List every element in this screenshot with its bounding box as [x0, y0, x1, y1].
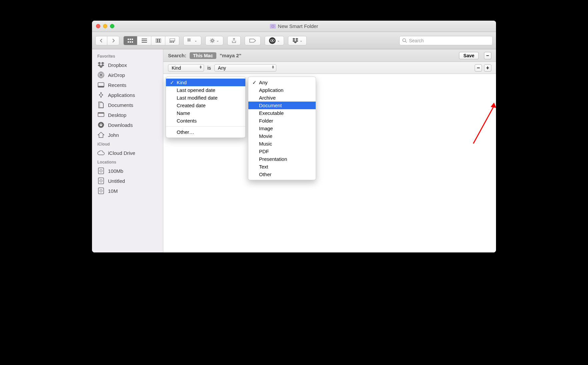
search-scope-bar: Search: This Mac "maya 2" Save −: [163, 49, 496, 62]
search-icon: [402, 38, 407, 43]
documents-icon: [97, 101, 105, 109]
sidebar-item-recents[interactable]: Recents: [92, 80, 163, 90]
menu-item-name[interactable]: Name: [166, 109, 245, 117]
disk-icon: [97, 177, 105, 184]
criteria-attribute-dropdown[interactable]: Kind: [168, 64, 204, 72]
window-title: New Smart Folder: [270, 23, 318, 29]
menu-item-contents[interactable]: Contents: [166, 117, 245, 125]
svg-marker-43: [491, 103, 496, 108]
svg-point-22: [272, 40, 273, 41]
menu-item-text[interactable]: Text: [248, 163, 316, 171]
sidebar-item-label: Applications: [108, 92, 135, 98]
menu-item-other[interactable]: Other: [248, 171, 316, 178]
sidebar-item-applications[interactable]: Applications: [92, 90, 163, 100]
sidebar-item-icloud-drive[interactable]: iCloud Drive: [92, 148, 163, 158]
sidebar-item-label: Untitled: [108, 178, 125, 184]
back-button[interactable]: [95, 36, 107, 45]
sidebar-item-dropbox[interactable]: Dropbox: [92, 60, 163, 70]
svg-rect-0: [128, 39, 129, 40]
share-button[interactable]: [227, 36, 241, 45]
search-label: Search:: [168, 53, 186, 58]
svg-rect-17: [189, 39, 190, 40]
sidebar-item-downloads[interactable]: Downloads: [92, 120, 163, 130]
sidebar-item-100mb[interactable]: 100Mb: [92, 166, 163, 176]
maximize-button[interactable]: [110, 24, 114, 28]
search-field[interactable]: Search: [399, 36, 493, 45]
gear-icon: [210, 38, 215, 43]
finder-window: New Smart Folder ⌄ ⌄ ⌄ ⌄ Search Favorite…: [92, 21, 496, 252]
applications-icon: [97, 91, 105, 99]
save-button[interactable]: Save: [459, 52, 479, 59]
gallery-view-button[interactable]: [165, 36, 179, 45]
svg-rect-4: [130, 41, 131, 43]
menu-item-executable[interactable]: Executable: [248, 109, 316, 117]
menu-item-image[interactable]: Image: [248, 125, 316, 132]
menu-item-document[interactable]: Document: [248, 102, 316, 109]
menu-separator: [166, 126, 245, 127]
menu-item-archive[interactable]: Archive: [248, 94, 316, 102]
view-mode-group: [123, 36, 179, 45]
forward-button[interactable]: [107, 36, 119, 45]
add-criteria-button[interactable]: +: [484, 64, 491, 72]
icon-view-button[interactable]: [123, 36, 137, 45]
downloads-icon: [97, 121, 105, 129]
list-view-button[interactable]: [137, 36, 151, 45]
smart-folder-icon: [270, 24, 276, 29]
kind-menu: AnyApplicationArchiveDocumentExecutableF…: [248, 77, 316, 180]
sidebar-item-john[interactable]: John: [92, 130, 163, 140]
menu-item-pdf[interactable]: PDF: [248, 148, 316, 155]
sidebar-item-untitled[interactable]: Untitled: [92, 176, 163, 186]
sidebar-item-label: Documents: [108, 102, 133, 108]
close-button[interactable]: [96, 24, 100, 28]
sidebar-item-label: iCloud Drive: [108, 150, 135, 156]
group-button[interactable]: ⌄: [183, 36, 201, 45]
menu-item-last-opened-date[interactable]: Last opened date: [166, 86, 245, 94]
quick-look-button[interactable]: ⌄: [265, 36, 284, 45]
svg-rect-5: [132, 41, 133, 43]
menu-item-presentation[interactable]: Presentation: [248, 155, 316, 163]
sidebar-item-airdrop[interactable]: AirDrop: [92, 70, 163, 80]
menu-item-other[interactable]: Other…: [166, 128, 245, 136]
cloud-icon: [97, 149, 105, 157]
main-content: Search: This Mac "maya 2" Save − Kind is…: [163, 49, 496, 252]
svg-rect-10: [158, 39, 159, 43]
remove-criteria-button[interactable]: −: [475, 64, 482, 72]
svg-point-20: [211, 40, 213, 42]
action-button[interactable]: ⌄: [205, 36, 223, 45]
disk-icon: [97, 187, 105, 194]
svg-rect-29: [98, 86, 104, 87]
sidebar-item-desktop[interactable]: Desktop: [92, 110, 163, 120]
sidebar: Favorites DropboxAirDropRecentsApplicati…: [92, 49, 163, 252]
svg-rect-19: [189, 40, 190, 41]
sidebar-item-label: Desktop: [108, 112, 126, 118]
collapse-button[interactable]: −: [484, 52, 491, 59]
menu-item-music[interactable]: Music: [248, 140, 316, 148]
scope-this-mac[interactable]: This Mac: [190, 52, 216, 59]
dropbox-icon: [292, 38, 298, 43]
tag-button[interactable]: [245, 36, 261, 45]
svg-rect-12: [170, 39, 175, 41]
sidebar-item-label: Dropbox: [108, 62, 127, 68]
svg-rect-13: [170, 42, 171, 43]
menu-item-movie[interactable]: Movie: [248, 132, 316, 140]
dropbox-toolbar-button[interactable]: ⌄: [288, 36, 307, 45]
minimize-button[interactable]: [103, 24, 107, 28]
sidebar-item-label: 10M: [108, 188, 118, 194]
scope-folder[interactable]: "maya 2": [220, 53, 241, 58]
svg-point-23: [403, 39, 406, 42]
menu-item-application[interactable]: Application: [248, 86, 316, 94]
svg-rect-31: [98, 113, 104, 114]
sidebar-item-documents[interactable]: Documents: [92, 100, 163, 110]
svg-point-35: [101, 171, 101, 171]
column-view-button[interactable]: [151, 36, 165, 45]
menu-item-any[interactable]: Any: [248, 79, 316, 86]
menu-item-folder[interactable]: Folder: [248, 117, 316, 125]
menu-item-kind[interactable]: Kind: [166, 79, 245, 86]
toolbar: ⌄ ⌄ ⌄ ⌄ Search: [92, 32, 496, 49]
menu-item-last-modified-date[interactable]: Last modified date: [166, 94, 245, 102]
menu-item-created-date[interactable]: Created date: [166, 102, 245, 109]
title-text: New Smart Folder: [278, 23, 318, 29]
criteria-value-dropdown[interactable]: Any: [214, 64, 276, 72]
titlebar: New Smart Folder: [92, 21, 496, 32]
sidebar-item-10m[interactable]: 10M: [92, 186, 163, 196]
